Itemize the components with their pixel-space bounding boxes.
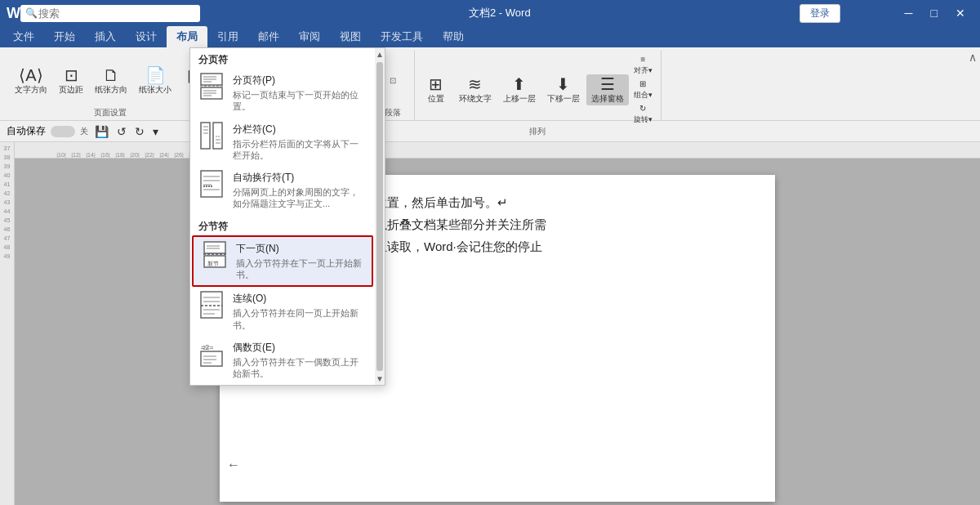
next-page-title: 下一页(N): [236, 242, 363, 256]
scroll-thumb[interactable]: [376, 62, 383, 371]
tab-mailings[interactable]: 邮件: [248, 26, 289, 47]
ruler-mark-49: 49: [4, 253, 11, 259]
orientation-icon: 🗋: [103, 67, 119, 83]
scroll-down-arrow[interactable]: ▼: [374, 373, 385, 385]
dropdown-item-even-page[interactable]: =2= -2= 偶数页(E) 插入分节符并在下一偶数页上开始新书。: [190, 336, 375, 385]
svg-text:-2=: -2=: [201, 345, 209, 351]
tab-help[interactable]: 帮助: [433, 26, 474, 47]
ruler-mark-42: 42: [4, 190, 11, 196]
section-label-page-break: 分页符: [190, 48, 375, 69]
group-icon: ⊞: [639, 79, 646, 88]
close-button[interactable]: ✕: [947, 0, 973, 26]
group-arrangement: ⊞ 位置 ≋ 环绕文字 ⬆ 上移一层 ⬇ 下移一层 ☰ 选择窗格 ≡: [415, 51, 662, 120]
page-break-text: 分页符(P) 标记一页结束与下一页开始的位置。: [233, 74, 367, 113]
align-button[interactable]: ≡ 对齐▾: [630, 54, 656, 77]
ruler-mark-44: 44: [4, 208, 11, 214]
next-page-desc: 插入分节符并在下一页上开始新书。: [236, 257, 363, 281]
arrangement-label: 排列: [529, 126, 546, 139]
ribbon-collapse-button[interactable]: ∧: [969, 51, 977, 64]
maximize-button[interactable]: □: [923, 0, 946, 26]
auto-newline-text: 自动换行符(T) 分隔网页上的对象周围的文字，如分隔题注文字与正文...: [233, 171, 367, 210]
tab-file[interactable]: 文件: [3, 26, 44, 47]
ruler-tick-16: |16|: [98, 152, 113, 158]
dropdown-item-next-page[interactable]: 新节 下一页(N) 插入分节符并在下一页上开始新书。: [192, 235, 373, 288]
ruler-mark-40: 40: [4, 172, 11, 178]
tab-review[interactable]: 审阅: [289, 26, 330, 47]
login-button[interactable]: 登录: [800, 4, 840, 23]
text-direction-button[interactable]: ⟨A⟩ 文字方向: [10, 65, 52, 96]
column-break-desc: 指示分栏符后面的文字将从下一栏开始。: [233, 138, 367, 162]
next-page-icon: 新节: [202, 242, 228, 268]
ruler-mark-48: 48: [4, 244, 11, 250]
search-wrap: 🔍: [20, 5, 200, 22]
ribbon-toolbar: ⟨A⟩ 文字方向 ⊡ 页边距 🗋 纸张方向 📄 纸张大小 ▦ 栏 页面设置: [0, 47, 980, 121]
ruler-mark-41: 41: [4, 181, 11, 187]
column-break-title: 分栏符(C): [233, 123, 367, 136]
ruler-mark-43: 43: [4, 199, 11, 205]
undo-button[interactable]: ↺: [115, 125, 128, 138]
paragraph-label: 段落: [385, 107, 401, 120]
group-label: 组合▾: [634, 90, 653, 101]
dropdown-item-page-break[interactable]: 分页符(P) 标记一页结束与下一页开始的位置。: [190, 69, 375, 118]
ruler-mark-38: 38: [4, 154, 11, 160]
tab-view[interactable]: 视图: [330, 26, 371, 47]
svg-rect-23: [204, 242, 225, 253]
svg-rect-36: [201, 351, 222, 366]
ruler-mark-45: 45: [4, 217, 11, 223]
arrangement-content: ⊞ 位置 ≋ 环绕文字 ⬆ 上移一层 ⬇ 下移一层 ☰ 选择窗格 ≡: [420, 51, 656, 126]
ruler-mark-37: 37: [4, 145, 11, 151]
tab-home[interactable]: 开始: [44, 26, 85, 47]
position-button[interactable]: ⊞ 位置: [420, 74, 452, 105]
ruler-tick-22: |22|: [142, 152, 157, 158]
align-icon: ≡: [641, 55, 646, 64]
dropdown-item-column-break[interactable]: 分栏符(C) 指示分栏符后面的文字将从下一栏开始。: [190, 118, 375, 167]
tab-developer[interactable]: 开发工具: [371, 26, 433, 47]
autosave-toggle[interactable]: [51, 126, 75, 137]
group-objects-button[interactable]: ⊞ 组合▾: [630, 78, 656, 101]
tab-references[interactable]: 引用: [207, 26, 248, 47]
wrap-text-button[interactable]: ≋ 环绕文字: [454, 74, 497, 105]
text-direction-icon: ⟨A⟩: [19, 67, 42, 83]
ruler-mark-46: 46: [4, 226, 11, 232]
wrap-text-icon: ≋: [468, 76, 482, 92]
document-area[interactable]: ：单击要添加行或列的位置，然后单击加号。↵ 到中阅读更加容易。可以折叠文档某些部…: [15, 159, 980, 505]
titlebar-controls: ─ □ ✕: [897, 0, 973, 26]
share-button[interactable]: ↗ 共享: [845, 4, 892, 22]
ruler-tick-26: |26|: [172, 152, 186, 158]
dropdown-item-continuous[interactable]: 连续(O) 插入分节符并在同一页上开始新书。: [190, 287, 375, 336]
margins-button[interactable]: ⊡ 页边距: [54, 65, 88, 96]
send-backward-icon: ⬇: [556, 76, 570, 92]
ruler-tick-12: |12|: [69, 152, 83, 158]
ribbon-tabs: 文件 开始 插入 设计 布局 引用 邮件 审阅 视图 开发工具 帮助: [0, 26, 980, 47]
customize-qa-button[interactable]: ▾: [151, 125, 160, 138]
save-button[interactable]: 💾: [93, 125, 110, 138]
svg-rect-10: [213, 123, 222, 149]
bring-forward-icon: ⬆: [512, 76, 526, 92]
tab-design[interactable]: 设计: [126, 26, 167, 47]
rotate-icon: ↻: [639, 104, 646, 113]
column-break-icon: [198, 123, 225, 149]
ruler-mark-39: 39: [4, 163, 11, 169]
next-page-text: 下一页(N) 插入分节符并在下一页上开始新书。: [236, 242, 363, 281]
section-label-section-break: 分节符: [190, 215, 375, 235]
search-input[interactable]: [20, 5, 200, 22]
bring-forward-label: 上移一层: [503, 94, 536, 104]
redo-button[interactable]: ↻: [133, 125, 146, 138]
orientation-button[interactable]: 🗋 纸张方向: [90, 65, 132, 96]
paper-size-button[interactable]: 📄 纸张大小: [134, 65, 176, 96]
tab-layout[interactable]: 布局: [167, 26, 207, 47]
group-page-setup-content: ⟨A⟩ 文字方向 ⊡ 页边距 🗋 纸张方向 📄 纸张大小 ▦ 栏: [10, 51, 211, 107]
dropdown-item-auto-newline[interactable]: 自动换行符(T) 分隔网页上的对象周围的文字，如分隔题注文字与正文...: [190, 166, 375, 215]
ruler-mark-47: 47: [4, 235, 11, 241]
scroll-up-arrow[interactable]: ▲: [374, 48, 385, 60]
tab-insert[interactable]: 插入: [85, 26, 126, 47]
selection-pane-button[interactable]: ☰ 选择窗格: [586, 74, 629, 105]
send-backward-label: 下移一层: [547, 94, 580, 104]
bring-forward-button[interactable]: ⬆ 上移一层: [498, 74, 541, 105]
left-ruler: 37 38 39 40 41 42 43 44 45 46 47 48 49: [0, 142, 15, 505]
margins-icon: ⊡: [65, 67, 78, 83]
rotate-button[interactable]: ↻ 旋转▾: [630, 103, 656, 126]
minimize-button[interactable]: ─: [897, 0, 921, 26]
svg-rect-17: [201, 171, 222, 197]
send-backward-button[interactable]: ⬇ 下移一层: [542, 74, 585, 105]
